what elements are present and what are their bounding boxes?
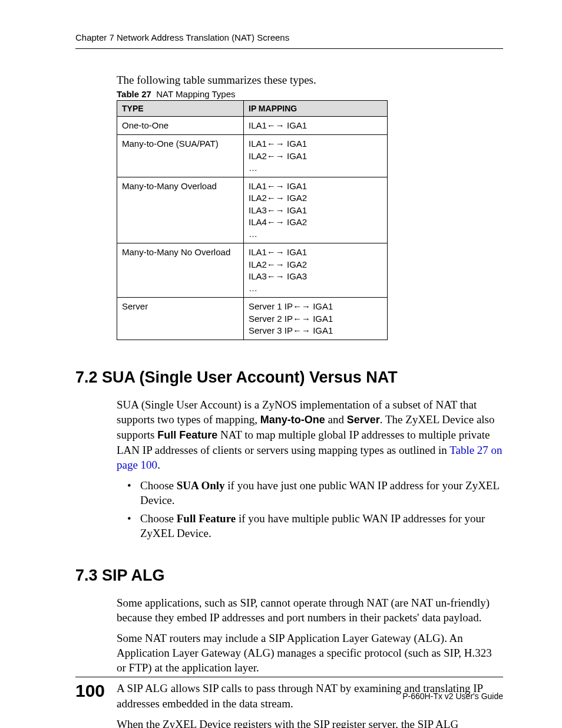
cell-type: Many-to-One (SUA/PAT) (117, 135, 244, 177)
cell-map: ILA1←→ IGA1ILA2←→ IGA2ILA3←→ IGA3… (244, 243, 388, 298)
nat-mapping-table: TYPE IP MAPPING One-to-One ILA1←→ IGA1 M… (117, 100, 388, 340)
section-7-2-paragraph: SUA (Single User Account) is a ZyNOS imp… (117, 397, 503, 472)
bullet-list: Choose SUA Only if you have just one pub… (117, 478, 503, 541)
th-mapping: IP MAPPING (244, 101, 388, 117)
intro-text: The following table summarizes these typ… (117, 74, 503, 87)
table-caption-text: NAT Mapping Types (156, 89, 235, 99)
list-item: Choose SUA Only if you have just one pub… (140, 478, 503, 508)
bold-server: Server (347, 414, 380, 426)
cell-type: One-to-One (117, 117, 244, 135)
cell-map: ILA1←→ IGA1ILA2←→ IGA2ILA3←→ IGA1ILA4←→ … (244, 177, 388, 243)
bold-many-to-one: Many-to-One (260, 414, 325, 426)
section-7-3-p2: Some NAT routers may include a SIP Appli… (117, 631, 503, 675)
bold-full-feature-2: Full Feature (177, 512, 236, 525)
cell-type: Server (117, 298, 244, 340)
cell-map: ILA1←→ IGA1ILA2←→ IGA1… (244, 135, 388, 177)
bold-sua-only: SUA Only (177, 479, 225, 492)
section-heading-7-3: 7.3 SIP ALG (75, 566, 503, 585)
section-heading-7-2: 7.2 SUA (Single User Account) Versus NAT (75, 368, 503, 387)
cell-map: Server 1 IP←→ IGA1Server 2 IP←→ IGA1Serv… (244, 298, 388, 340)
table-row: Server Server 1 IP←→ IGA1Server 2 IP←→ I… (117, 298, 388, 340)
cell-type: Many-to-Many Overload (117, 177, 244, 243)
table-row: Many-to-Many No Overload ILA1←→ IGA1ILA2… (117, 243, 388, 298)
running-header: Chapter 7 Network Address Translation (N… (75, 32, 503, 49)
table-row: Many-to-Many Overload ILA1←→ IGA1ILA2←→ … (117, 177, 388, 243)
page-footer: 100 P-660H-Tx v2 User's Guide (75, 677, 503, 701)
table-caption: Table 27 NAT Mapping Types (117, 89, 503, 99)
bold-full-feature: Full Feature (157, 429, 217, 441)
th-type: TYPE (117, 101, 244, 117)
cell-map: ILA1←→ IGA1 (244, 117, 388, 135)
table-caption-label: Table 27 (117, 89, 151, 99)
table-row: Many-to-One (SUA/PAT) ILA1←→ IGA1ILA2←→ … (117, 135, 388, 177)
table-row: One-to-One ILA1←→ IGA1 (117, 117, 388, 135)
section-7-3-p4: When the ZyXEL Device registers with the… (117, 717, 503, 728)
list-item: Choose Full Feature if you have multiple… (140, 511, 503, 541)
guide-name: P-660H-Tx v2 User's Guide (402, 691, 503, 701)
section-7-3-p1: Some applications, such as SIP, cannot o… (117, 595, 503, 625)
page-number: 100 (75, 681, 105, 701)
cell-type: Many-to-Many No Overload (117, 243, 244, 298)
